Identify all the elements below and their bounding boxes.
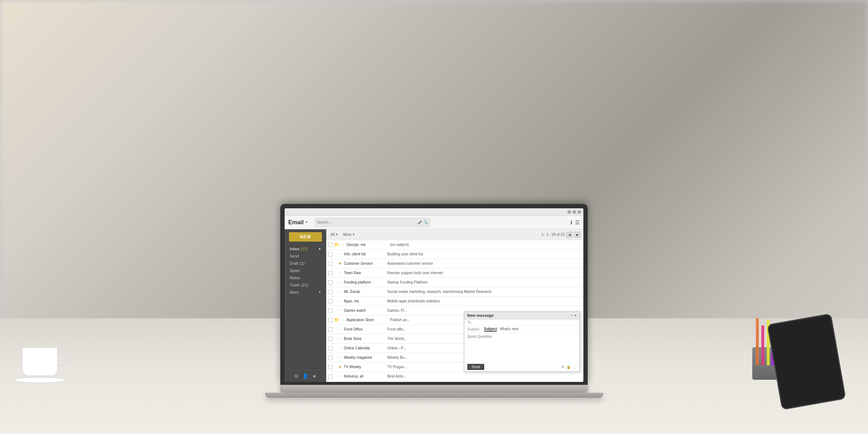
popup-minimize-button[interactable]: −	[571, 314, 573, 318]
email-checkbox[interactable]	[328, 252, 333, 256]
search-icon[interactable]: 🔍	[424, 220, 428, 224]
star-icon[interactable]: ★	[338, 365, 342, 369]
email-row[interactable]: 📁 ☆ George, me (no subject)	[326, 240, 583, 250]
close-button[interactable]: ×	[578, 210, 581, 214]
email-checkbox[interactable]	[328, 290, 333, 294]
email-checkbox[interactable]	[328, 346, 333, 350]
email-row[interactable]: □ ★ Customer Service Automated customer …	[326, 259, 583, 268]
popup-close-button[interactable]: ×	[574, 314, 576, 318]
star-icon[interactable]: ☆	[338, 299, 342, 303]
hamburger-menu-icon[interactable]: ☰	[575, 220, 580, 225]
email-row[interactable]: □ ☆ All, Social Social media marketing, …	[326, 287, 583, 297]
favorites-icon[interactable]: ★	[312, 373, 317, 379]
all-filter-button[interactable]: All ▼	[329, 232, 340, 237]
inbox-label: Inbox	[290, 247, 299, 251]
search-bar[interactable]: 🎤 🔍	[315, 218, 430, 227]
sidebar-item-send[interactable]: Send	[285, 252, 326, 260]
email-row[interactable]: □ ☆ Funding platform Startup Funding Pla…	[326, 278, 583, 287]
email-checkbox[interactable]	[328, 337, 333, 341]
popup-body[interactable]: Quick Question	[464, 333, 579, 362]
more-label: More	[290, 290, 299, 294]
star-icon[interactable]: ☆	[338, 289, 342, 294]
email-checkbox[interactable]	[328, 374, 333, 379]
tab-subject[interactable]: Subject	[484, 327, 497, 332]
star-icon[interactable]: ☆	[338, 280, 342, 285]
email-checkbox[interactable]	[328, 261, 333, 266]
laptop-frame: − □ × Email ▼	[280, 204, 588, 385]
prev-page-button[interactable]: ◀	[566, 232, 573, 238]
star-icon[interactable]: ☆	[338, 271, 342, 275]
refresh-icon[interactable]: ↻	[541, 232, 545, 237]
star-icon[interactable]: ☆	[341, 318, 344, 322]
popup-footer-icons: A 🔒 ⋮	[562, 365, 576, 369]
tab-whatsnew[interactable]: What's new	[500, 327, 518, 332]
star-icon[interactable]: ★	[338, 261, 342, 266]
star-icon[interactable]: ☆	[338, 336, 342, 341]
folder-icon: □	[334, 356, 337, 360]
star-icon[interactable]: ☆	[341, 242, 344, 247]
email-row[interactable]: □ ☆ Antivirus, all Best Antiv...	[326, 372, 583, 381]
popup-footer: Send A 🔒 ⋮	[464, 362, 579, 371]
email-checkbox[interactable]	[328, 318, 333, 322]
email-subject: Building your client list	[387, 252, 581, 256]
email-subject: Mobile apps downloads statistics	[387, 299, 581, 303]
email-checkbox[interactable]	[328, 327, 333, 332]
email-row[interactable]: □ ☆ Apps, me Mobile apps downloads stati…	[326, 297, 583, 306]
to-label: To	[467, 320, 482, 324]
send-button[interactable]: Send	[467, 364, 484, 370]
popup-subject-field[interactable]: Subject Subject What's new	[464, 326, 579, 333]
sidebar-item-draft[interactable]: Draft (1)	[285, 260, 326, 267]
email-checkbox[interactable]	[328, 280, 333, 285]
email-from: TV Weekly	[344, 365, 387, 369]
sidebar-item-inbox[interactable]: Inbox (22) ▼	[285, 245, 326, 252]
star-icon[interactable]: ☆	[338, 355, 342, 360]
text-format-icon[interactable]: A	[562, 365, 564, 369]
email-subject: Social media marketing, research, transf…	[387, 290, 581, 294]
sidebar-item-more[interactable]: More ▼	[285, 289, 326, 296]
email-checkbox[interactable]	[328, 243, 333, 247]
email-checkbox[interactable]	[328, 365, 333, 369]
more-filter-button[interactable]: More ▼	[342, 232, 357, 237]
app-header: Email ▼ 🎤 🔍 ℹ ☰	[285, 216, 583, 229]
email-from: Weekly magazine	[344, 356, 387, 359]
search-input[interactable]	[317, 220, 416, 224]
new-email-button[interactable]: NEW	[289, 232, 322, 242]
sidebar-item-spam[interactable]: Spam	[285, 267, 326, 274]
email-app: − □ × Email ▼	[285, 208, 583, 382]
star-icon[interactable]: ☆	[338, 308, 342, 313]
star-icon[interactable]: ☆	[338, 374, 342, 379]
maximize-button[interactable]: □	[573, 210, 576, 214]
email-from: Customer Service	[344, 261, 387, 265]
star-icon[interactable]: ☆	[338, 346, 342, 350]
mic-icon[interactable]: 🎤	[418, 220, 422, 224]
sidebar-item-notes[interactable]: Notes	[285, 274, 326, 281]
info-icon[interactable]: ℹ	[570, 220, 572, 225]
folder-icon: □	[334, 261, 337, 266]
email-subject: (no subject)	[390, 243, 581, 247]
notes-label: Notes	[290, 276, 300, 280]
email-row[interactable]: □ ☆ Info, client list Building your clie…	[326, 250, 583, 259]
sidebar-item-trash[interactable]: Trash (21)	[285, 281, 326, 289]
email-checkbox[interactable]	[328, 356, 333, 360]
star-icon[interactable]: ☆	[338, 252, 342, 256]
folder-icon: □	[334, 280, 337, 285]
title-dropdown-arrow[interactable]: ▼	[305, 221, 308, 224]
star-icon[interactable]: ☆	[338, 327, 342, 332]
email-checkbox[interactable]	[328, 299, 333, 303]
email-row[interactable]: □ ☆ Ebill, me Paperless...	[326, 381, 583, 382]
email-from: Games watch	[344, 309, 387, 312]
pagination-info: ↻ 1 - 18 of 22 ◀ ▶	[541, 232, 580, 238]
more-options-icon[interactable]: ⋮	[573, 365, 576, 369]
next-page-button[interactable]: ▶	[574, 232, 580, 238]
email-row[interactable]: □ ☆ Team Raw Remote support tools over i…	[326, 268, 583, 278]
header-right: ℹ ☰	[570, 220, 580, 225]
lock-icon[interactable]: 🔒	[566, 365, 571, 369]
email-subject: Automated customer service	[387, 261, 581, 265]
contacts-icon[interactable]: 👤	[302, 373, 309, 379]
filter-icon[interactable]: ⚙	[294, 373, 299, 379]
email-checkbox[interactable]	[328, 271, 333, 275]
minimize-button[interactable]: −	[567, 210, 571, 214]
email-checkbox[interactable]	[328, 309, 333, 313]
email-from: Funding platform	[344, 280, 387, 284]
popup-to-field[interactable]: To	[464, 319, 579, 326]
